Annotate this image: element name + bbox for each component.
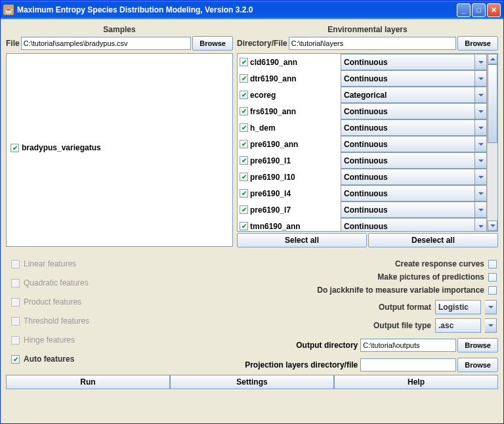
layer-type-select[interactable]: Categorical — [341, 87, 475, 103]
layer-type-select[interactable]: Continuous — [341, 54, 475, 70]
settings-button[interactable]: Settings — [170, 375, 334, 389]
chevron-down-icon[interactable] — [475, 54, 487, 70]
layer-checkbox-label[interactable]: ✔pre6190_l10 — [238, 169, 341, 185]
layer-type-select[interactable]: Continuous — [341, 119, 475, 136]
projection-browse-button[interactable]: Browse — [457, 358, 498, 372]
checkbox-checked-icon[interactable]: ✔ — [240, 107, 248, 116]
chevron-down-icon[interactable] — [475, 103, 487, 119]
chevron-down-icon[interactable] — [475, 87, 487, 103]
chevron-down-icon[interactable] — [485, 300, 497, 314]
env-dir-label: Directory/File — [237, 39, 287, 48]
layer-row: ✔dtr6190_annContinuous — [238, 70, 487, 87]
layer-checkbox-label[interactable]: ✔pre6190_ann — [238, 136, 341, 152]
layer-checkbox-label[interactable]: ✔cld6190_ann — [238, 54, 341, 70]
checkbox-unchecked-icon — [11, 336, 20, 345]
layer-name: cld6190_ann — [250, 58, 297, 67]
chevron-down-icon[interactable] — [475, 169, 487, 185]
linear-features-checkbox[interactable]: Linear features — [11, 259, 175, 268]
pictures-checkbox[interactable]: Make pictures of predictions — [377, 272, 498, 282]
select-all-button[interactable]: Select all — [237, 233, 367, 247]
layer-checkbox-label[interactable]: ✔h_dem — [238, 119, 341, 136]
layer-checkbox-label[interactable]: ✔tmn6190_ann — [238, 218, 341, 231]
layer-type-select[interactable]: Continuous — [341, 185, 475, 201]
scroll-up-button[interactable] — [488, 54, 497, 64]
output-dir-input[interactable] — [360, 339, 456, 352]
species-listbox[interactable]: ✔ bradypus_variegatus — [6, 53, 233, 247]
checkbox-checked-icon[interactable]: ✔ — [240, 140, 248, 148]
layer-checkbox-label[interactable]: ✔pre6190_l1 — [238, 152, 341, 169]
layer-checkbox-label[interactable]: ✔ecoreg — [238, 87, 341, 103]
checkbox-checked-icon[interactable]: ✔ — [240, 189, 248, 198]
chevron-down-icon[interactable] — [475, 185, 487, 201]
layers-table[interactable]: ✔cld6190_annContinuous✔dtr6190_annContin… — [238, 54, 487, 231]
close-button[interactable]: ✕ — [487, 3, 501, 17]
auto-features-checkbox[interactable]: ✔ Auto features — [11, 354, 175, 364]
chevron-down-icon[interactable] — [475, 70, 487, 87]
checkbox-checked-icon[interactable]: ✔ — [240, 91, 248, 99]
checkbox-checked-icon[interactable]: ✔ — [240, 156, 248, 165]
checkbox-checked-icon[interactable]: ✔ — [240, 205, 248, 214]
output-dir-browse-button[interactable]: Browse — [457, 338, 498, 352]
env-title: Environmental layers — [237, 23, 498, 36]
chevron-down-icon[interactable] — [475, 119, 487, 136]
env-browse-button[interactable]: Browse — [457, 36, 498, 51]
projection-dir-label: Projection layers directory/file — [175, 360, 359, 370]
layer-row: ✔pre6190_l4Continuous — [238, 185, 487, 201]
hinge-features-checkbox[interactable]: Hinge features — [11, 335, 175, 345]
species-item[interactable]: ✔ bradypus_variegatus — [9, 142, 230, 154]
chevron-down-icon[interactable] — [475, 218, 487, 231]
chevron-down-icon[interactable] — [485, 318, 497, 333]
layer-row: ✔ecoregCategorical — [238, 87, 487, 103]
quadratic-features-checkbox[interactable]: Quadratic features — [11, 278, 175, 287]
java-icon: ☕ — [3, 5, 14, 15]
deselect-all-button[interactable]: Deselect all — [368, 233, 498, 247]
layer-type-select[interactable]: Continuous — [341, 152, 475, 169]
maximize-button[interactable]: □ — [472, 3, 486, 17]
scroll-down-button[interactable] — [488, 221, 497, 231]
checkbox-unchecked-icon[interactable] — [488, 286, 497, 295]
samples-file-input[interactable] — [21, 37, 192, 50]
checkbox-checked-icon[interactable]: ✔ — [240, 222, 248, 230]
app-window: ☕ Maximum Entropy Species Distribution M… — [0, 0, 504, 424]
layer-name: pre6190_l4 — [250, 189, 291, 198]
checkbox-checked-icon[interactable]: ✔ — [240, 123, 248, 132]
chevron-down-icon[interactable] — [475, 136, 487, 152]
env-dir-input[interactable] — [289, 37, 457, 50]
jackknife-checkbox[interactable]: Do jackknife to measure variable importa… — [317, 286, 498, 295]
checkbox-checked-icon[interactable]: ✔ — [240, 58, 248, 66]
layer-type-select[interactable]: Continuous — [341, 136, 475, 152]
checkbox-checked-icon[interactable]: ✔ — [240, 173, 248, 181]
layer-checkbox-label[interactable]: ✔frs6190_ann — [238, 103, 341, 119]
layer-name: frs6190_ann — [250, 107, 296, 116]
layer-type-select[interactable]: Continuous — [341, 70, 475, 87]
help-button[interactable]: Help — [334, 375, 498, 389]
vertical-scrollbar[interactable] — [487, 54, 497, 231]
scroll-thumb[interactable] — [488, 64, 497, 143]
checkbox-checked-icon[interactable]: ✔ — [10, 144, 19, 152]
samples-browse-button[interactable]: Browse — [192, 36, 233, 51]
layer-type-select[interactable]: Continuous — [341, 103, 475, 119]
threshold-features-checkbox[interactable]: Threshold features — [11, 316, 175, 326]
chevron-down-icon[interactable] — [475, 201, 487, 218]
titlebar[interactable]: ☕ Maximum Entropy Species Distribution M… — [1, 1, 503, 19]
run-button[interactable]: Run — [6, 375, 170, 389]
checkbox-checked-icon[interactable]: ✔ — [240, 74, 248, 83]
layers-scrollpane: ✔cld6190_annContinuous✔dtr6190_annContin… — [237, 53, 498, 232]
layer-type-select[interactable]: Continuous — [341, 169, 475, 185]
checkbox-unchecked-icon — [11, 298, 20, 307]
projection-dir-input[interactable] — [360, 358, 456, 371]
layer-checkbox-label[interactable]: ✔dtr6190_ann — [238, 70, 341, 87]
output-format-select[interactable]: Logistic — [435, 300, 481, 314]
layer-type-select[interactable]: Continuous — [341, 218, 475, 231]
product-features-checkbox[interactable]: Product features — [11, 297, 175, 307]
layer-checkbox-label[interactable]: ✔pre6190_l7 — [238, 201, 341, 218]
response-curves-checkbox[interactable]: Create response curves — [395, 259, 498, 268]
output-format-label: Output format — [379, 303, 431, 312]
layer-type-select[interactable]: Continuous — [341, 201, 475, 218]
chevron-down-icon[interactable] — [475, 152, 487, 169]
checkbox-unchecked-icon[interactable] — [488, 260, 497, 268]
output-file-type-select[interactable]: .asc — [435, 318, 481, 333]
layer-checkbox-label[interactable]: ✔pre6190_l4 — [238, 185, 341, 201]
minimize-button[interactable]: _ — [457, 3, 471, 17]
checkbox-unchecked-icon[interactable] — [488, 273, 497, 282]
